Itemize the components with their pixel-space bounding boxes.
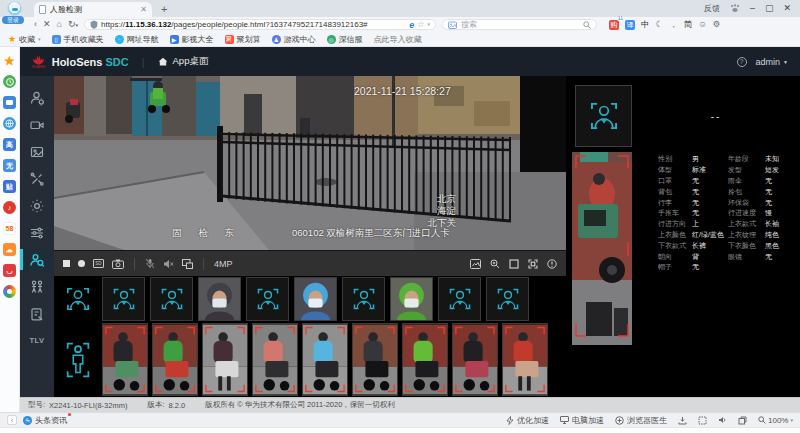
record-button[interactable]	[78, 260, 85, 267]
multi-window-icon[interactable]	[738, 416, 747, 425]
bookmark-site-nav[interactable]: ◦网址导航	[115, 34, 159, 45]
feedback-link[interactable]: 反馈	[704, 3, 720, 14]
sidebar-item-smart-config[interactable]	[20, 84, 54, 111]
gao-app-icon[interactable]: 高	[3, 138, 16, 151]
face-thumbnail[interactable]	[198, 277, 241, 321]
punctuation-icon[interactable]: ，	[669, 20, 678, 29]
face-thumbnail-placeholder[interactable]	[342, 277, 385, 321]
mic-muted-icon[interactable]	[145, 258, 155, 269]
music-icon[interactable]: ♪	[3, 201, 16, 214]
stop-icon[interactable]: ✕	[43, 20, 51, 29]
pip-overlay-icon[interactable]	[182, 259, 193, 269]
sidebar-item-tasks[interactable]	[20, 300, 54, 327]
zoom-level-control[interactable]: 100%▾	[758, 416, 793, 425]
person-thumbnail[interactable]	[102, 323, 148, 396]
pc-boost-button[interactable]: 电脑加速	[560, 415, 604, 426]
mood-icon[interactable]: ☺	[698, 20, 707, 29]
sidebar-item-video[interactable]	[20, 111, 54, 138]
person-thumbnail[interactable]	[152, 323, 198, 396]
fullscreen-button[interactable]	[528, 259, 538, 269]
person-thumbnail[interactable]	[502, 323, 548, 396]
sidebar-item-parameters[interactable]	[20, 219, 54, 246]
person-thumbnail[interactable]	[302, 323, 348, 396]
simplified-button[interactable]: 简	[684, 20, 693, 29]
paw-icon[interactable]	[730, 4, 740, 13]
face-thumbnail-placeholder[interactable]	[486, 277, 529, 321]
live-video[interactable]: 2021-11-21 15:28:27 北京 海淀 北下关 固 枪 东 0601…	[54, 76, 566, 250]
search-icon[interactable]	[583, 21, 591, 29]
url-dropdown-icon[interactable]: ▾	[428, 22, 431, 27]
nav-app-desktop[interactable]: App桌面	[158, 55, 209, 68]
back-icon[interactable]: ‹	[34, 20, 37, 29]
video-app-icon[interactable]	[3, 96, 16, 109]
maximize-button[interactable]: ▢	[765, 4, 774, 13]
new-tab-button[interactable]: +	[161, 3, 167, 15]
bookmark-movies[interactable]: ▶影视大全	[170, 34, 214, 45]
wuba-icon[interactable]: 58	[3, 222, 16, 235]
import-bookmarks-hint[interactable]: 点此导入收藏	[374, 34, 422, 45]
person-thumbnail[interactable]	[252, 323, 298, 396]
search-box[interactable]: 搜索	[442, 19, 597, 30]
translate-badge[interactable]: 译	[625, 20, 635, 30]
nav-wheel-icon[interactable]	[3, 285, 16, 298]
face-thumbnail-placeholder[interactable]	[438, 277, 481, 321]
zoom-button[interactable]	[490, 259, 500, 269]
face-thumbnail[interactable]	[390, 277, 433, 321]
login-button[interactable]: 登录	[2, 16, 24, 24]
shopping-badge[interactable]: 购11	[609, 20, 619, 30]
shop-bag-icon[interactable]: ◡	[3, 264, 16, 277]
bookmark-star-icon[interactable]: ☆	[417, 21, 424, 29]
wu-app-icon[interactable]: 无	[3, 159, 16, 172]
web-globe-icon[interactable]	[3, 117, 16, 130]
browser-tab[interactable]: 人脸检测 ✕	[34, 2, 152, 17]
user-avatar[interactable]	[7, 1, 22, 16]
bookmark-sangfor[interactable]: ◎深信服	[327, 34, 363, 45]
image-adjust-button[interactable]	[470, 259, 481, 269]
person-thumbnail[interactable]	[452, 323, 498, 396]
info-button[interactable]	[547, 259, 557, 269]
ie-mode-icon[interactable]: e	[409, 20, 414, 30]
face-thumbnail-placeholder[interactable]	[246, 277, 289, 321]
sd-card-button[interactable]: SD	[93, 259, 104, 268]
bookmark-juhuasuan[interactable]: 聚聚划算	[225, 34, 261, 45]
user-menu[interactable]: admin▼	[756, 57, 788, 67]
lang-cn-button[interactable]: 中	[641, 20, 650, 29]
face-thumbnail[interactable]	[294, 277, 337, 321]
bookmark-game-center[interactable]: ♟游戏中心	[272, 34, 316, 45]
tieba-icon[interactable]: 贴	[3, 180, 16, 193]
sidebar-item-person-search[interactable]	[20, 246, 54, 273]
sidebar-item-image[interactable]	[20, 138, 54, 165]
browser-doctor-button[interactable]: 浏览器医生	[615, 415, 667, 426]
history-clock-icon[interactable]	[3, 75, 16, 88]
person-thumbnail[interactable]	[402, 323, 448, 396]
collapse-icon[interactable]: ‹	[7, 415, 17, 425]
sidebar-item-settings[interactable]	[20, 192, 54, 219]
sound-icon[interactable]	[718, 416, 727, 424]
tab-close-icon[interactable]: ✕	[140, 6, 147, 14]
bookmark-phone-favorites[interactable]: ▯手机收藏夹	[52, 34, 104, 45]
night-mode-icon[interactable]: ☾	[656, 20, 664, 29]
sidebar-item-pedestrians[interactable]	[20, 273, 54, 300]
settings-gear-icon[interactable]: ⚙	[713, 20, 721, 29]
snapshot-button[interactable]	[112, 259, 124, 269]
favorites-star-icon[interactable]: ★	[3, 54, 16, 67]
news-feed-button[interactable]: 头 头条资讯	[23, 415, 67, 426]
speaker-muted-icon[interactable]	[163, 259, 174, 269]
person-snapshot[interactable]	[572, 152, 632, 345]
image-search-icon[interactable]	[448, 21, 457, 29]
sidebar-item-maintenance[interactable]	[20, 165, 54, 192]
face-thumbnail-placeholder[interactable]	[150, 277, 193, 321]
original-size-button[interactable]	[509, 259, 519, 269]
sidebar-item-tlv[interactable]: TLV	[20, 327, 54, 354]
stop-button[interactable]	[63, 260, 70, 267]
help-icon[interactable]: ?	[737, 57, 747, 67]
person-thumbnail[interactable]	[202, 323, 248, 396]
close-button[interactable]: ✕	[783, 4, 791, 13]
person-thumbnail[interactable]	[352, 323, 398, 396]
optimize-boost-button[interactable]: 优化加速	[506, 415, 549, 426]
favorites-menu[interactable]: ★收藏▾	[8, 34, 41, 45]
cloud-icon[interactable]: ☁	[3, 243, 16, 256]
home-icon[interactable]: ⌂	[57, 20, 62, 29]
refresh-icon[interactable]: ↻▾	[68, 20, 78, 29]
address-bar[interactable]: https://11.15.36.132/pages/people/people…	[84, 19, 436, 30]
